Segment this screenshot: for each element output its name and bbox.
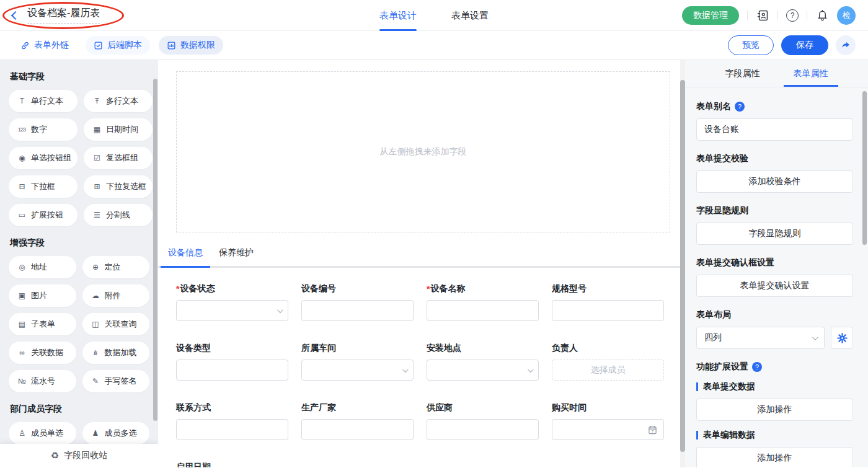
- sidebar-item-radio-group[interactable]: ◉单选按钮组: [9, 147, 78, 169]
- canvas-scrollbar[interactable]: [680, 60, 685, 467]
- confirm-box-button[interactable]: 表单提交确认设置: [696, 275, 853, 297]
- field-visibility-button[interactable]: 字段显隐规则: [696, 223, 853, 245]
- help-circle-icon[interactable]: ?: [752, 362, 762, 372]
- tab-maintenance[interactable]: 保养维护: [219, 247, 254, 266]
- sidebar-item-address[interactable]: ◎地址: [9, 256, 76, 278]
- field-workshop[interactable]: 所属车间: [301, 342, 414, 381]
- required-mark: *: [176, 284, 179, 294]
- notification-bell-icon[interactable]: [815, 9, 829, 22]
- device-status-select[interactable]: [176, 300, 288, 321]
- tab-form-design[interactable]: 表单设计: [379, 0, 417, 31]
- layout-settings-button[interactable]: [831, 327, 853, 349]
- contacts-icon[interactable]: [756, 9, 769, 22]
- field-recycle-bin[interactable]: ♻ 字段回收站: [0, 444, 158, 467]
- preview-button[interactable]: 预览: [728, 35, 774, 55]
- submit-validation-heading: 表单提交校验: [696, 153, 853, 164]
- tab-form-properties[interactable]: 表单属性: [794, 60, 828, 87]
- edit-data-add-button[interactable]: 添加操作: [696, 447, 853, 467]
- field-enable-date[interactable]: 启用日期: [176, 461, 288, 467]
- panel-scroll-thumb[interactable]: [862, 91, 867, 245]
- sidebar-item-label: 图片: [31, 290, 47, 301]
- form-layout-select[interactable]: 四列: [696, 327, 825, 349]
- backend-script-label: 后端脚本: [107, 40, 142, 51]
- field-device-number[interactable]: 设备编号: [301, 283, 414, 321]
- device-name-input[interactable]: [427, 300, 539, 321]
- extend-button-icon: ▭: [17, 211, 27, 219]
- field-label: 供应商: [427, 402, 539, 414]
- divider-line-icon: ☰: [92, 211, 102, 219]
- form-toolbar: 表单外链 后端脚本 数据权限 预览 保存: [0, 31, 868, 60]
- save-button[interactable]: 保存: [781, 35, 828, 55]
- spec-model-input[interactable]: [552, 300, 664, 321]
- field-manufacturer[interactable]: 生产厂家: [301, 402, 414, 440]
- sidebar-item-location[interactable]: ⊕定位: [82, 256, 150, 278]
- sidebar-item-subform[interactable]: ▤子表单: [9, 313, 76, 335]
- submit-data-add-button[interactable]: 添加操作: [696, 399, 853, 421]
- back-icon[interactable]: [11, 11, 20, 19]
- sidebar-item-checkbox-group[interactable]: ☑复选框组: [84, 147, 153, 169]
- tab-device-info[interactable]: 设备信息: [168, 247, 203, 266]
- sidebar-scrollbar[interactable]: [153, 60, 158, 467]
- sidebar-item-member-single[interactable]: ♙成员单选: [9, 422, 76, 444]
- field-visibility-heading: 字段显隐规则: [696, 205, 853, 216]
- sidebar-item-single-line-text[interactable]: T单行文本: [9, 90, 78, 112]
- sidebar-item-number[interactable]: 123数字: [9, 118, 78, 141]
- sidebar-item-label: 扩展按钮: [31, 210, 63, 221]
- sidebar-item-data-load[interactable]: ılı数据加载: [82, 342, 150, 364]
- field-device-name[interactable]: *设备名称: [427, 283, 539, 321]
- tab-field-properties[interactable]: 字段属性: [725, 60, 760, 87]
- field-label: 购买时间: [552, 402, 664, 414]
- sidebar-item-image[interactable]: ▣图片: [9, 285, 76, 307]
- field-contact[interactable]: 联系方式: [176, 402, 288, 440]
- sidebar-item-linked-query[interactable]: ◫关联查询: [82, 313, 150, 335]
- form-layout-heading: 表单布局: [696, 309, 853, 320]
- data-manage-button[interactable]: 数据管理: [682, 6, 739, 25]
- canvas-scroll-thumb[interactable]: [680, 80, 685, 452]
- form-layout-value: 四列: [704, 332, 722, 343]
- field-owner[interactable]: 负责人 选择成员: [552, 342, 664, 381]
- sidebar-item-linked-data[interactable]: ∞关联数据: [9, 342, 76, 364]
- help-icon[interactable]: ?: [786, 9, 799, 22]
- sidebar-item-serial-number[interactable]: №流水号: [9, 370, 76, 392]
- sidebar-item-multi-line-text[interactable]: Ŧ多行文本: [84, 90, 153, 112]
- contact-input[interactable]: [176, 419, 288, 440]
- sidebar-item-dropdown[interactable]: ⊟下拉框: [9, 175, 78, 198]
- owner-member-picker[interactable]: 选择成员: [552, 360, 664, 381]
- manufacturer-input[interactable]: [301, 419, 414, 440]
- permission-icon: [167, 41, 176, 50]
- sidebar-item-member-multi[interactable]: ♟成员多选: [82, 422, 150, 444]
- field-device-status[interactable]: *设备状态: [176, 283, 288, 321]
- form-external-link-button[interactable]: 表单外链: [12, 36, 77, 55]
- sidebar-item-divider-line[interactable]: ☰分割线: [84, 204, 153, 226]
- supplier-input[interactable]: [427, 419, 539, 440]
- device-type-input[interactable]: [176, 360, 288, 381]
- workshop-select[interactable]: [301, 360, 414, 381]
- sidebar-scroll-thumb[interactable]: [153, 79, 157, 421]
- field-label: 生产厂家: [301, 402, 414, 414]
- device-number-input[interactable]: [301, 300, 414, 321]
- share-button[interactable]: [836, 35, 856, 55]
- data-permission-button[interactable]: 数据权限: [159, 36, 223, 55]
- user-avatar[interactable]: 检: [837, 6, 856, 25]
- field-drop-zone[interactable]: 从左侧拖拽来添加字段: [176, 71, 670, 232]
- field-supplier[interactable]: 供应商: [427, 402, 539, 440]
- install-location-select[interactable]: [427, 360, 539, 381]
- sidebar-item-extend-button[interactable]: ▭扩展按钮: [9, 204, 78, 226]
- form-alias-input[interactable]: [696, 118, 853, 141]
- field-purchase-time[interactable]: 购买时间 7: [552, 402, 664, 440]
- sidebar-item-multi-dropdown[interactable]: ⊞下拉复选框: [84, 175, 153, 198]
- sidebar-item-signature[interactable]: ✎手写签名: [82, 370, 150, 392]
- add-validation-button[interactable]: 添加校验条件: [696, 170, 853, 193]
- field-install-location[interactable]: 安装地点: [427, 342, 539, 381]
- tab-form-settings[interactable]: 表单设置: [451, 0, 489, 31]
- backend-script-button[interactable]: 后端脚本: [86, 36, 150, 55]
- section-title-enhanced-fields: 增强字段: [10, 237, 148, 249]
- sidebar-item-attachment[interactable]: ☁附件: [82, 285, 150, 307]
- help-circle-icon[interactable]: ?: [735, 102, 745, 112]
- sidebar-item-datetime[interactable]: ▦日期时间: [84, 118, 153, 141]
- form-alias-label: 表单别名: [696, 101, 731, 112]
- field-device-type[interactable]: 设备类型: [176, 342, 288, 381]
- field-spec-model[interactable]: 规格型号: [552, 283, 664, 321]
- purchase-time-datepicker[interactable]: 7: [552, 419, 664, 440]
- multi-line-text-icon: Ŧ: [92, 97, 102, 105]
